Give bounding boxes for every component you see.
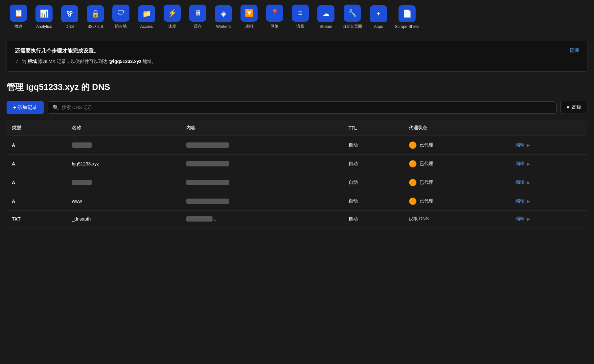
cache-icon: 🖥: [189, 5, 206, 22]
analytics-icon: 📊: [35, 5, 53, 22]
col-ttl: TTL: [343, 120, 403, 136]
record-type: TXT: [7, 211, 67, 227]
access-icon: 📁: [138, 5, 155, 22]
cloud-icon: 🟠: [409, 197, 417, 205]
record-ttl: 自动: [343, 155, 403, 173]
record-actions: 编辑 ▶: [510, 155, 587, 173]
svg-point-0: [67, 11, 69, 13]
nav-label-network: 网络: [271, 24, 279, 29]
edit-link[interactable]: 编辑: [515, 198, 525, 204]
record-name: lgq51233.xyz: [67, 155, 181, 173]
table-header-row: 类型 名称 内容 TTL 代理状态: [7, 120, 587, 136]
record-name: [67, 173, 181, 192]
table-row: A 自动 🟠 已代理 编辑 ▶: [7, 173, 587, 192]
edit-link[interactable]: 编辑: [515, 142, 525, 148]
search-input[interactable]: [62, 105, 552, 110]
record-proxy: 🟠 已代理: [403, 173, 511, 192]
banner-title: 还需要执行几个步骤才能完成设置。: [15, 48, 156, 54]
cloud-icon: 🟠: [409, 179, 417, 186]
record-content: [181, 192, 343, 211]
nav-item-access[interactable]: 📁 Access: [135, 4, 158, 30]
nav-label-scrape-shield: Scrape Shield: [395, 24, 420, 29]
page-title: 管理 lgq51233.xyz 的 DNS: [7, 81, 587, 93]
advanced-label: 高级: [572, 104, 581, 110]
proxy-label: 已代理: [420, 180, 433, 185]
dns-table: 类型 名称 内容 TTL 代理状态 A 自动 🟠: [7, 120, 587, 227]
advanced-button[interactable]: ≡ 高级: [560, 101, 587, 114]
nav-item-custom-pages[interactable]: 🔧 自定义页面: [340, 3, 365, 31]
edit-link[interactable]: 编辑: [515, 216, 525, 222]
record-ttl: 自动: [343, 136, 403, 155]
nav-item-scrape-shield[interactable]: 📄 Scrape Shield: [392, 4, 422, 30]
nav-label-rules: 规则: [245, 24, 253, 29]
filter-icon: ≡: [567, 105, 569, 110]
col-proxy: 代理状态: [403, 120, 511, 136]
chevron-right-icon: ▶: [527, 199, 530, 204]
nav-item-analytics[interactable]: 📊 Analytics: [32, 4, 56, 30]
nav-item-traffic[interactable]: ≡ 流量: [288, 3, 312, 31]
banner-content: 还需要执行几个步骤才能完成设置。 ✓ 为 根域 添加 MX 记录，以便邮件可以到…: [15, 48, 156, 65]
record-proxy: 🟠 已代理: [403, 136, 511, 155]
table-row: A lgq51233.xyz 自动 🟠 已代理 编辑 ▶: [7, 155, 587, 173]
nav-item-cache[interactable]: 🖥 缓存: [186, 3, 210, 31]
nav-item-workers[interactable]: ◈ Workers: [212, 4, 235, 30]
table-row: TXT _dnsauth ... 自动 仅限 DNS 编辑 ▶: [7, 211, 587, 227]
cloud-icon: 🟠: [409, 141, 417, 149]
record-content: [181, 173, 343, 192]
nav-label-overview: 概述: [14, 24, 22, 29]
rules-icon: 🔽: [240, 5, 258, 22]
edit-link[interactable]: 编辑: [515, 180, 525, 185]
nav-item-speed[interactable]: ⚡ 速度: [160, 3, 184, 31]
nav-item-overview[interactable]: 📋 概述: [7, 3, 30, 31]
record-actions: 编辑 ▶: [510, 192, 587, 211]
nav-label-cache: 缓存: [194, 24, 202, 29]
ssl-icon: 🔒: [87, 5, 104, 22]
record-content: ...: [181, 211, 343, 227]
check-icon: ✓: [15, 58, 19, 65]
nav-item-ssl[interactable]: 🔒 SSL/TLS: [83, 4, 107, 30]
chevron-right-icon: ▶: [527, 216, 530, 222]
record-proxy: 🟠 已代理: [403, 192, 511, 211]
workers-icon: ◈: [215, 5, 232, 22]
search-box: 🔍: [48, 101, 557, 114]
banner-item: ✓ 为 根域 添加 MX 记录，以便邮件可以到达 @lgq51233.xyz 地…: [15, 58, 156, 65]
chevron-right-icon: ▶: [527, 142, 530, 148]
network-icon: 📍: [266, 5, 283, 22]
nav-label-ssl: SSL/TLS: [87, 24, 103, 29]
chevron-right-icon: ▶: [527, 180, 530, 185]
speed-icon: ⚡: [164, 5, 181, 22]
nav-item-stream[interactable]: ☁ Stream: [314, 4, 338, 30]
banner-text: 为 根域 添加 MX 记录，以便邮件可以到达 @lgq51233.xyz 地址。: [22, 59, 156, 65]
apps-icon: +: [370, 5, 387, 22]
scrape-shield-icon: 📄: [399, 5, 416, 22]
traffic-icon: ≡: [292, 5, 309, 22]
hide-banner-link[interactable]: 隐藏: [570, 48, 579, 54]
edit-link[interactable]: 编辑: [515, 161, 525, 167]
col-name: 名称: [67, 120, 181, 136]
dns-only-label: 仅限 DNS: [409, 216, 429, 221]
nav-label-access: Access: [140, 24, 153, 29]
nav-item-rules[interactable]: 🔽 规则: [237, 3, 261, 31]
nav-item-apps[interactable]: + Apps: [367, 4, 390, 30]
proxy-label: 已代理: [420, 198, 433, 204]
proxy-label: 已代理: [420, 142, 433, 148]
add-record-button[interactable]: + 添加记录: [7, 101, 44, 114]
nav-item-dns[interactable]: DNS: [58, 4, 81, 30]
record-ttl: 自动: [343, 211, 403, 227]
nav-label-speed: 速度: [168, 24, 176, 29]
record-type: A: [7, 192, 67, 211]
record-proxy: 仅限 DNS: [403, 211, 511, 227]
nav-item-network[interactable]: 📍 网络: [263, 3, 286, 31]
top-navigation: 📋 概述 📊 Analytics DNS 🔒 SSL/TLS 🛡 防火墙 📁 A…: [0, 0, 594, 34]
record-name: www: [67, 192, 181, 211]
nav-label-custom-pages: 自定义页面: [342, 24, 362, 29]
record-name: _dnsauth: [67, 211, 181, 227]
proxy-label: 已代理: [420, 161, 433, 167]
col-content: 内容: [181, 120, 343, 136]
setup-banner: 还需要执行几个步骤才能完成设置。 ✓ 为 根域 添加 MX 记录，以便邮件可以到…: [7, 41, 587, 72]
svg-point-2: [69, 14, 71, 16]
record-type: A: [7, 173, 67, 192]
record-actions: 编辑 ▶: [510, 211, 587, 227]
nav-item-firewall[interactable]: 🛡 防火墙: [109, 3, 133, 31]
overview-icon: 📋: [10, 5, 27, 22]
